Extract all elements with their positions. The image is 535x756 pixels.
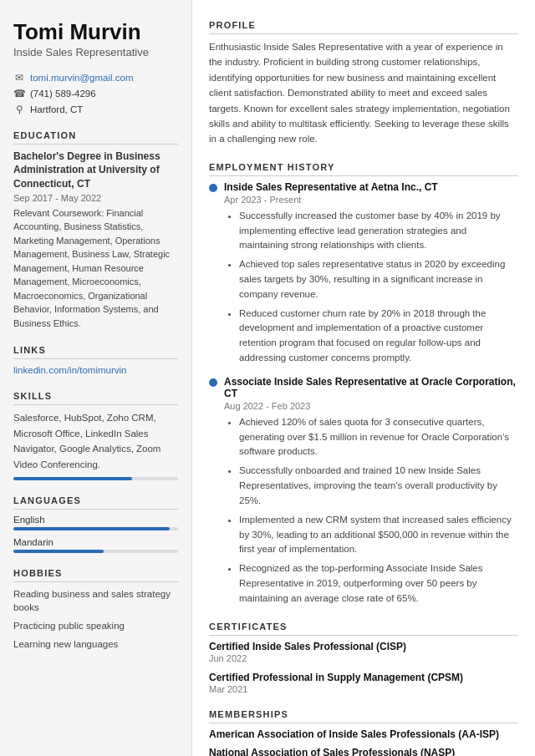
- job-1-dates: Apr 2023 - Present: [224, 195, 518, 205]
- language-mandarin-name: Mandarin: [13, 537, 178, 547]
- language-mandarin-bar-bg: [13, 550, 178, 553]
- memberships-section: MEMBERSHIPS American Association of Insi…: [209, 709, 518, 756]
- person-job-title: Inside Sales Representative: [13, 46, 178, 58]
- job-2-bullet-4: Recognized as the top-performing Associa…: [239, 561, 518, 606]
- job-1-header: Inside Sales Representative at Aetna Inc…: [209, 181, 518, 193]
- language-mandarin: Mandarin: [13, 537, 178, 553]
- language-english-bar-bg: [13, 527, 178, 530]
- contact-phone: ☎ (741) 589-4296: [13, 88, 178, 99]
- cert-1-name: Certified Inside Sales Professional (CIS…: [209, 641, 518, 652]
- language-english-name: English: [13, 515, 178, 525]
- job-2-dot: [209, 378, 217, 387]
- job-2-bullet-1: Achieved 120% of sales quota for 3 conse…: [239, 415, 518, 459]
- education-section-title: EDUCATION: [13, 130, 178, 145]
- hobby-3: Learning new languages: [13, 637, 178, 651]
- email-link[interactable]: tomi.murvin@gmail.com: [30, 73, 134, 83]
- job-2-bullets: Achieved 120% of sales quota for 3 conse…: [232, 415, 518, 606]
- job-2-bullet-3: Implemented a new CRM system that increa…: [239, 513, 518, 557]
- job-1: Inside Sales Representative at Aetna Inc…: [209, 181, 518, 366]
- linkedin-link-container: linkedin.com/in/tomimurvin: [13, 364, 178, 376]
- employment-section-title: EMPLOYMENT HISTORY: [209, 162, 518, 176]
- skill-bar-fill: [13, 477, 132, 480]
- job-2-dates: Aug 2022 - Feb 2023: [224, 401, 518, 411]
- email-icon: ✉: [13, 72, 25, 84]
- profile-text: Enthusiastic Inside Sales Representative…: [209, 39, 518, 147]
- right-column: PROFILE Enthusiastic Inside Sales Repres…: [192, 0, 535, 756]
- hobby-2: Practicing public speaking: [13, 619, 178, 632]
- links-section-title: LINKS: [13, 345, 178, 359]
- job-1-bullet-3: Reduced customer churn rate by 20% in 20…: [239, 307, 518, 366]
- education-coursework: Relevant Coursework: Financial Accountin…: [13, 206, 178, 331]
- language-english: English: [13, 515, 178, 530]
- cert-2-date: Mar 2021: [209, 684, 518, 694]
- job-1-dot: [209, 184, 217, 192]
- person-name: Tomi Murvin: [13, 20, 178, 44]
- cert-1-date: Jun 2022: [209, 653, 518, 663]
- certificates-section-title: CERTIFICATES: [209, 622, 518, 636]
- job-2: Associate Inside Sales Representative at…: [209, 376, 518, 606]
- hobbies-section-title: HOBBIES: [13, 568, 178, 582]
- skills-text: Salesforce, HubSpot, Zoho CRM, Microsoft…: [13, 410, 178, 472]
- contact-location: ⚲ Hartford, CT: [13, 104, 178, 115]
- education-degree: Bachelor's Degree in Business Administra…: [13, 150, 178, 191]
- memberships-section-title: MEMBERSHIPS: [209, 709, 518, 723]
- membership-1: American Association of Inside Sales Pro…: [209, 728, 518, 740]
- hobby-1: Reading business and sales strategy book…: [13, 587, 178, 614]
- profile-section-title: PROFILE: [209, 20, 518, 34]
- skills-section-title: SKILLS: [13, 391, 178, 405]
- language-english-bar-fill: [13, 527, 170, 530]
- languages-section-title: LANGUAGES: [13, 495, 178, 510]
- profile-section: PROFILE Enthusiastic Inside Sales Repres…: [209, 20, 518, 147]
- contact-email: ✉ tomi.murvin@gmail.com: [13, 72, 178, 84]
- job-1-bullet-2: Achieved top sales representative status…: [239, 257, 518, 302]
- job-1-bullets: Successfully increased the customer base…: [232, 209, 518, 366]
- cert-2-name: Certified Professional in Supply Managem…: [209, 672, 518, 683]
- employment-section: EMPLOYMENT HISTORY Inside Sales Represen…: [209, 162, 518, 606]
- education-dates: Sep 2017 - May 2022: [13, 193, 178, 203]
- language-mandarin-bar-fill: [13, 550, 104, 553]
- job-1-bullet-1: Successfully increased the customer base…: [239, 209, 518, 253]
- certificates-section: CERTIFICATES Certified Inside Sales Prof…: [209, 622, 518, 694]
- job-2-title: Associate Inside Sales Representative at…: [224, 376, 518, 399]
- membership-2: National Association of Sales Profession…: [209, 747, 518, 756]
- skills-bar-container: [13, 477, 178, 480]
- linkedin-link[interactable]: linkedin.com/in/tomimurvin: [13, 365, 127, 375]
- phone-icon: ☎: [13, 88, 25, 99]
- skill-bar-bg: [13, 477, 178, 480]
- job-2-bullet-2: Successfully onboarded and trained 10 ne…: [239, 464, 518, 508]
- location-icon: ⚲: [13, 104, 25, 115]
- job-1-title: Inside Sales Representative at Aetna Inc…: [224, 181, 438, 193]
- left-column: Tomi Murvin Inside Sales Representative …: [0, 0, 192, 756]
- job-2-header: Associate Inside Sales Representative at…: [209, 376, 518, 399]
